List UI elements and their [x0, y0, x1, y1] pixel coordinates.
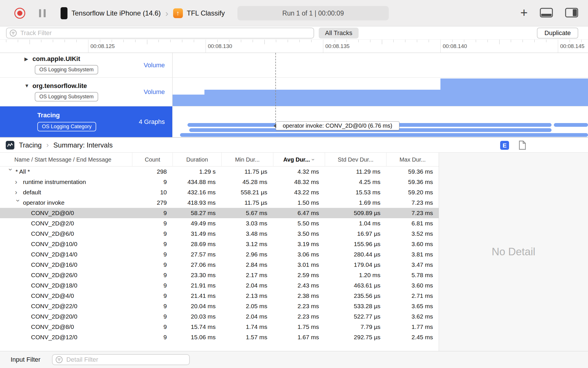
iphone-icon	[61, 7, 67, 19]
row-name-cell: ›runtime instrumentation	[0, 179, 132, 185]
run-status[interactable]: Run 1 of 1 | 00:00:09	[237, 6, 389, 20]
track-name: com.apple.UIKit	[32, 55, 80, 63]
cell-count: 9	[132, 230, 173, 237]
cell-count: 9	[132, 282, 173, 289]
cell-count: 9	[132, 241, 173, 248]
table-row[interactable]: CONV_2D@2/0949.49 ms3.03 ms5.50 ms1.04 m…	[0, 218, 439, 229]
column-header-name[interactable]: Name / Start Message / End Message	[0, 153, 132, 166]
track-filter-field[interactable]	[6, 28, 314, 39]
cell-max: 1.77 ms	[386, 323, 439, 330]
cell-std: 155.96 µs	[325, 241, 386, 248]
add-instrument-button[interactable]: +	[520, 6, 528, 19]
chevron-down-icon[interactable]: ›	[7, 168, 14, 175]
target-selector[interactable]: Tensorflow Lite iPhone (14.6) › ↑ TFL Cl…	[61, 7, 225, 19]
pause-button[interactable]	[39, 9, 46, 17]
track-label[interactable]: ▶ com.apple.UIKit OS Logging Subsystem V…	[0, 53, 173, 77]
cell-avg: 3.19 ms	[273, 241, 325, 248]
ruler-tick	[41, 40, 41, 42]
table-row[interactable]: CONV_2D@20/0920.03 ms2.04 ms2.23 ms522.7…	[0, 311, 439, 322]
table-row[interactable]: CONV_2D@14/0927.57 ms2.96 ms3.06 ms280.4…	[0, 249, 439, 260]
table-row[interactable]: CONV_2D@10/0928.69 ms3.12 ms3.19 ms155.9…	[0, 239, 439, 249]
cell-max: 59.36 ms	[386, 179, 439, 185]
detail-filter-input[interactable]	[66, 356, 189, 364]
duplicate-button[interactable]: Duplicate	[537, 28, 578, 39]
cell-min: 2.84 ms	[221, 261, 273, 268]
cell-max: 3.60 ms	[386, 282, 439, 289]
all-tracks-button[interactable]: All Tracks	[319, 28, 359, 39]
toolbar-right: +	[520, 0, 578, 26]
toggle-bottom-pane-button[interactable]	[540, 8, 553, 19]
cell-max: 3.47 ms	[386, 261, 439, 268]
track-uikit[interactable]: ▶ com.apple.UIKit OS Logging Subsystem V…	[0, 53, 588, 78]
column-header-avg[interactable]: Avg Dur...›	[273, 153, 325, 166]
track-graph[interactable]	[173, 78, 588, 106]
cell-count: 9	[132, 220, 173, 227]
track-label[interactable]: ▼ org.tensorflow.lite OS Logging Subsyst…	[0, 78, 173, 106]
table-row[interactable]: CONV_2D@16/0927.06 ms2.84 ms3.01 ms179.0…	[0, 260, 439, 270]
chevron-down-icon[interactable]: ›	[15, 200, 22, 206]
detail-filter-field[interactable]	[52, 354, 190, 365]
timeline-ruler[interactable]: 00:08.12500:08.13000:08.13500:08.14000:0…	[0, 40, 588, 53]
track-tracing[interactable]: Tracing OS Logging Category 4 Graphs ope…	[0, 106, 588, 137]
row-name-cell: CONV_2D@16/0	[0, 261, 132, 268]
table-row[interactable]: CONV_2D@26/0923.30 ms2.17 ms2.59 ms1.20 …	[0, 270, 439, 280]
table-row[interactable]: ›default10432.16 ms558.21 µs43.22 ms15.5…	[0, 187, 439, 198]
chevron-right-icon: ›	[165, 9, 169, 18]
disclosure-triangle-icon[interactable]: ▶	[24, 56, 32, 62]
chevron-right-icon[interactable]: ›	[15, 189, 23, 196]
record-button[interactable]	[14, 8, 25, 19]
table-row[interactable]: CONV_2D@6/0931.49 ms3.48 ms3.50 ms16.97 …	[0, 229, 439, 239]
ruler-tick	[382, 40, 382, 44]
column-header-min[interactable]: Min Dur...	[221, 153, 273, 166]
table-row[interactable]: ›runtime instrumentation9434.88 ms45.28 …	[0, 177, 439, 187]
chevron-right-icon[interactable]: ›	[15, 179, 23, 185]
cell-count: 298	[132, 168, 173, 175]
row-name-cell: CONV_2D@22/0	[0, 303, 132, 310]
row-name-cell: CONV_2D@20/0	[0, 313, 132, 320]
cell-duration: 1.29 s	[173, 168, 221, 175]
table-row[interactable]: CONV_2D@22/0920.04 ms2.05 ms2.23 ms533.2…	[0, 301, 439, 311]
ruler-tick	[393, 40, 394, 42]
column-header-max[interactable]: Max Dur...	[386, 153, 439, 166]
toggle-right-pane-button[interactable]	[565, 8, 578, 19]
chevron-right-icon: ›	[46, 141, 49, 150]
cell-count: 9	[132, 210, 173, 216]
table-row[interactable]: CONV_2D@0/0958.27 ms5.67 ms6.47 ms509.89…	[0, 208, 439, 218]
cell-max: 3.65 ms	[386, 303, 439, 310]
cell-count: 9	[132, 323, 173, 330]
expanded-detail-button[interactable]: E	[500, 141, 509, 150]
track-tensorflow-lite[interactable]: ▼ org.tensorflow.lite OS Logging Subsyst…	[0, 78, 588, 106]
cell-duration: 28.69 ms	[173, 241, 221, 248]
table-row[interactable]: CONV_2D@4/0921.41 ms2.13 ms2.38 ms235.56…	[0, 291, 439, 301]
cell-min: 3.03 ms	[221, 220, 273, 227]
volume-bar	[173, 95, 204, 106]
track-badge: OS Logging Category	[37, 122, 96, 131]
cell-max: 59.20 ms	[386, 189, 439, 196]
table-row[interactable]: ›* All *2981.29 s11.75 µs4.32 ms11.29 ms…	[0, 166, 439, 177]
table-row[interactable]: ›operator invoke279418.93 ms11.75 µs1.50…	[0, 198, 439, 208]
track-label[interactable]: Tracing OS Logging Category 4 Graphs	[0, 106, 173, 137]
disclosure-triangle-icon[interactable]: ▼	[24, 83, 32, 89]
table-row[interactable]: CONV_2D@18/0921.91 ms2.04 ms2.43 ms463.6…	[0, 280, 439, 291]
cell-min: 11.75 µs	[221, 199, 273, 206]
cell-avg: 43.22 ms	[273, 189, 325, 196]
playhead-line[interactable]	[275, 53, 276, 124]
row-name-cell: CONV_2D@0/0	[0, 210, 132, 216]
cell-avg: 6.47 ms	[273, 210, 325, 216]
cell-max: 3.52 ms	[386, 230, 439, 237]
column-header-count[interactable]: Count	[132, 153, 173, 166]
track-graph[interactable]	[173, 53, 588, 77]
row-name-label: operator invoke	[23, 199, 65, 206]
cell-count: 9	[132, 313, 173, 320]
document-button[interactable]	[519, 141, 526, 151]
column-header-stddev[interactable]: Std Dev Dur...	[325, 153, 386, 166]
row-name-cell: CONV_2D@18/0	[0, 282, 132, 289]
column-header-duration[interactable]: Duration	[173, 153, 221, 166]
cell-duration: 20.04 ms	[173, 303, 221, 310]
table-row[interactable]: CONV_2D@8/0915.74 ms1.74 ms1.75 ms7.79 µ…	[0, 322, 439, 332]
track-filter-input[interactable]	[20, 29, 314, 37]
breadcrumb-root[interactable]: Tracing	[19, 141, 42, 149]
track-graph[interactable]: operator invoke: CONV_2D@0/0 (6.76 ms)	[173, 106, 588, 137]
breadcrumb-leaf[interactable]: Summary: Intervals	[53, 141, 113, 149]
table-row[interactable]: CONV_2D@12/0915.06 ms1.57 ms1.67 ms292.7…	[0, 332, 439, 342]
